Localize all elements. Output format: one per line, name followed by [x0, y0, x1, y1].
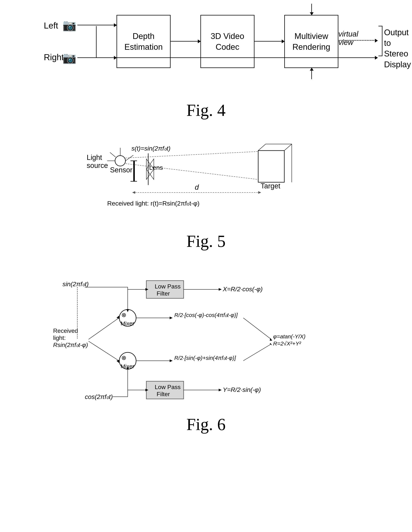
svg-text:cos(2πf₀t): cos(2πf₀t)	[85, 393, 113, 400]
fig4-container: Left 📷 Right 📷 DepthEstimation 3D VideoC…	[22, 15, 390, 120]
svg-line-8	[258, 144, 266, 151]
fig6-caption: Fig. 6	[186, 415, 226, 434]
svg-line-74	[243, 344, 271, 361]
svg-marker-66	[219, 389, 222, 391]
svg-marker-46	[116, 316, 119, 319]
svg-text:Received light: r(t)=Rsin(2πf₀: Received light: r(t)=Rsin(2πf₀t-φ)	[107, 200, 200, 207]
svg-text:Received: Received	[53, 327, 78, 334]
svg-marker-72	[170, 360, 173, 362]
svg-text:Filter: Filter	[157, 391, 170, 398]
left-camera-icon: 📷	[62, 19, 77, 32]
arrow-depth-to-codec	[171, 41, 201, 42]
svg-text:⊗: ⊗	[121, 354, 126, 361]
svg-line-47	[88, 341, 119, 361]
svg-text:Light: Light	[87, 153, 102, 161]
svg-marker-34	[219, 288, 222, 291]
virtual-view-label: virtual view	[338, 30, 374, 47]
fig5-svg: Light source s(t)=sin(2πf₀t) Lens Sensor…	[76, 142, 336, 220]
depth-estimation-box: DepthEstimation	[116, 15, 171, 68]
page: Left 📷 Right 📷 DepthEstimation 3D VideoC…	[0, 0, 412, 532]
svg-text:Filter: Filter	[157, 290, 170, 297]
svg-text:Low Pass: Low Pass	[155, 283, 181, 290]
svg-text:⊗: ⊗	[121, 312, 126, 318]
svg-text:s(t)=sin(2πf₀t): s(t)=sin(2πf₀t)	[131, 145, 171, 152]
arrow-up-multiview	[311, 68, 312, 79]
arrow-left-to-depth-top	[77, 25, 116, 25]
svg-rect-15	[133, 161, 135, 181]
svg-text:R/2·[cos(-φ)-cos(4πf₀t-φ)]: R/2·[cos(-φ)-cos(4πf₀t-φ)]	[174, 312, 238, 318]
svg-marker-51	[126, 309, 129, 312]
fig5-diagram: Light source s(t)=sin(2πf₀t) Lens Sensor…	[76, 142, 336, 220]
fig5-container: Light source s(t)=sin(2πf₀t) Lens Sensor…	[22, 142, 390, 251]
svg-text:light:: light:	[53, 334, 66, 341]
svg-marker-56	[170, 317, 173, 319]
svg-line-6	[125, 164, 258, 180]
svg-marker-20	[132, 191, 135, 194]
svg-text:R/2·[sin(-φ)+sin(4πf₀t-φ)]: R/2·[sin(-φ)+sin(4πf₀t-φ)]	[174, 355, 236, 361]
svg-text:Y=R/2·sin(-φ): Y=R/2·sin(-φ)	[223, 386, 261, 393]
svg-line-5	[125, 152, 258, 158]
multiview-box: MultiviewRendering	[284, 15, 338, 68]
svg-marker-19	[258, 191, 261, 194]
svg-text:source: source	[87, 162, 108, 169]
svg-text:Lens: Lens	[149, 164, 163, 171]
svg-rect-7	[258, 151, 284, 182]
right-label: Right	[44, 52, 64, 62]
svg-text:Sensor: Sensor	[110, 166, 133, 174]
svg-line-9	[284, 144, 292, 151]
fig4-caption: Fig. 4	[186, 101, 226, 120]
svg-line-45	[88, 318, 119, 339]
svg-text:d: d	[195, 183, 199, 191]
svg-text:sin(2πf₀t): sin(2πf₀t)	[62, 280, 89, 287]
svg-text:φ=atan(-Y/X): φ=atan(-Y/X)	[273, 333, 306, 340]
svg-marker-48	[116, 360, 119, 363]
svg-text:Low Pass: Low Pass	[155, 384, 181, 390]
dashed-arrow-virtual	[339, 40, 376, 41]
left-label: Left	[44, 20, 58, 30]
video-codec-box: 3D VideoCodec	[201, 15, 254, 68]
svg-text:R=2√X²+Y²: R=2√X²+Y²	[273, 341, 301, 347]
svg-text:Mixer: Mixer	[121, 320, 134, 326]
svg-line-3	[110, 152, 115, 157]
right-camera-icon: 📷	[62, 51, 77, 65]
fig4-diagram: Left 📷 Right 📷 DepthEstimation 3D VideoC…	[38, 15, 374, 89]
svg-text:Target: Target	[261, 182, 280, 190]
arrow-codec-to-render	[254, 41, 284, 42]
long-bottom-arrow	[77, 57, 377, 58]
arrow-vert-merge	[96, 26, 96, 58]
output-label: Output to Stereo Display	[384, 27, 411, 70]
svg-line-58	[243, 318, 271, 339]
svg-text:X=R/2·cos(-φ): X=R/2·cos(-φ)	[223, 285, 263, 293]
arrow-down-multiview	[311, 4, 312, 15]
svg-point-0	[115, 156, 125, 166]
svg-marker-75	[270, 343, 272, 345]
svg-text:Rsin(2πf₀t-φ): Rsin(2πf₀t-φ)	[53, 342, 88, 348]
fig6-diagram: sin(2πf₀t) Low Pass Filter X=R/2·cos(-φ)…	[48, 277, 364, 404]
fig5-caption: Fig. 5	[186, 232, 226, 251]
bracket-svg	[377, 25, 383, 57]
fig6-container: sin(2πf₀t) Low Pass Filter X=R/2·cos(-φ)…	[22, 277, 390, 434]
fig6-svg: sin(2πf₀t) Low Pass Filter X=R/2·cos(-φ)…	[48, 277, 364, 404]
